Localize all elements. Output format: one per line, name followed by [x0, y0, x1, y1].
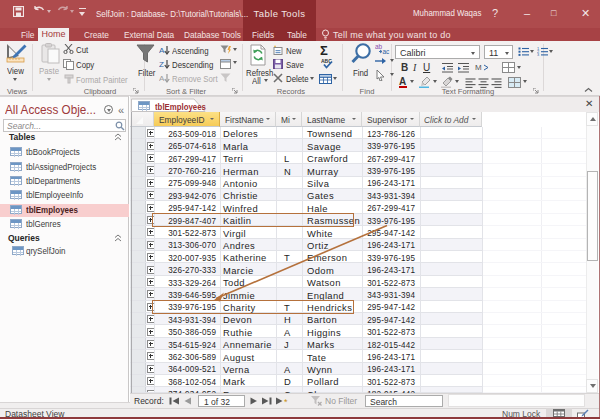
svg-text:ac: ac — [383, 47, 391, 54]
svg-text:ab: ab — [375, 43, 383, 50]
svg-text:A: A — [159, 46, 165, 55]
svg-text:Z: Z — [159, 60, 164, 69]
svg-text:*: * — [284, 397, 288, 405]
svg-text:3: 3 — [537, 52, 540, 57]
svg-text:M: M — [475, 63, 482, 72]
svg-text:A: A — [159, 74, 165, 83]
